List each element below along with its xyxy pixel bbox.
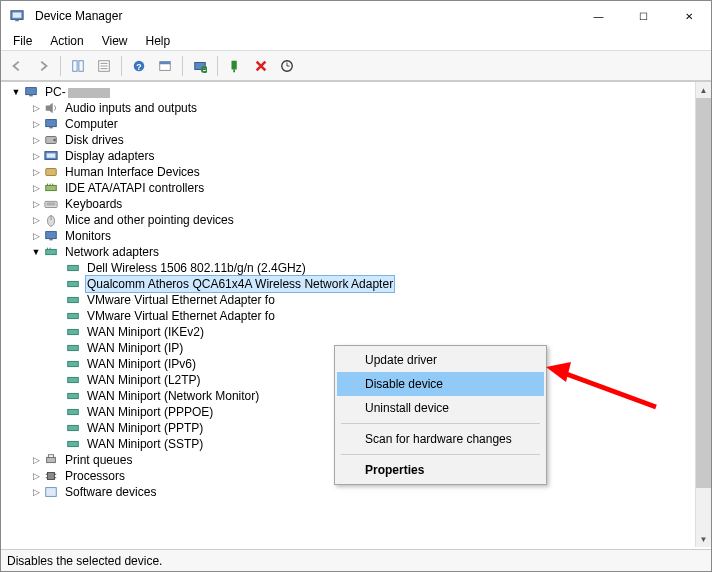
keyboard-icon (43, 196, 59, 212)
chevron-right-icon[interactable]: ▷ (29, 132, 43, 148)
svg-rect-51 (68, 425, 79, 430)
context-menu: Update driver Disable device Uninstall d… (334, 345, 547, 485)
tree-node-audio[interactable]: ▷Audio inputs and outputs (1, 100, 711, 116)
disk-icon (43, 132, 59, 148)
hid-icon (43, 164, 59, 180)
tree-node-software[interactable]: ▷Software devices (1, 484, 711, 500)
chevron-down-icon[interactable]: ▼ (9, 84, 23, 100)
network-adapter-icon (65, 372, 81, 388)
tree-node-mice[interactable]: ▷Mice and other pointing devices (1, 212, 711, 228)
network-adapter-icon (65, 260, 81, 276)
svg-rect-13 (195, 62, 206, 69)
scroll-up-button[interactable]: ▲ (696, 82, 711, 98)
chevron-right-icon[interactable]: ▷ (29, 164, 43, 180)
tree-node-net-ikev2[interactable]: WAN Miniport (IKEv2) (1, 324, 711, 340)
toolbar-update-button[interactable] (275, 54, 299, 78)
tree-node-display[interactable]: ▷Display adapters (1, 148, 711, 164)
svg-rect-3 (73, 60, 77, 71)
maximize-button[interactable]: ☐ (621, 1, 666, 31)
chevron-right-icon[interactable]: ▷ (29, 100, 43, 116)
toolbar-scan-button[interactable] (188, 54, 212, 78)
close-button[interactable]: ✕ (666, 1, 711, 31)
toolbar-action-button[interactable] (153, 54, 177, 78)
minimize-button[interactable]: — (576, 1, 621, 31)
monitor-icon (43, 228, 59, 244)
tree-node-network-adapters[interactable]: ▼Network adapters (1, 244, 711, 260)
svg-rect-20 (46, 120, 57, 127)
tree-node-net-vmware1[interactable]: VMware Virtual Ethernet Adapter fo (1, 292, 711, 308)
tree-node-computer[interactable]: ▷Computer (1, 116, 711, 132)
tree-node-keyboards[interactable]: ▷Keyboards (1, 196, 711, 212)
chevron-right-icon[interactable]: ▷ (29, 196, 43, 212)
tree-node-monitors[interactable]: ▷Monitors (1, 228, 711, 244)
svg-rect-47 (68, 361, 79, 366)
context-properties[interactable]: Properties (337, 458, 544, 482)
toolbar-uninstall-button[interactable] (249, 54, 273, 78)
svg-rect-1 (13, 13, 22, 18)
menu-view[interactable]: View (94, 32, 136, 50)
toolbar-show-hide-button[interactable] (66, 54, 90, 78)
device-tree-container: ▼ PC- ▷Audio inputs and outputs ▷Compute… (1, 81, 711, 547)
network-adapter-icon (65, 420, 81, 436)
display-icon (43, 148, 59, 164)
svg-rect-44 (68, 313, 79, 318)
chevron-right-icon[interactable]: ▷ (29, 484, 43, 500)
toolbar-forward-button[interactable] (31, 54, 55, 78)
svg-rect-45 (68, 329, 79, 334)
network-adapter-icon (65, 308, 81, 324)
svg-rect-4 (79, 60, 83, 71)
tree-node-hid[interactable]: ▷Human Interface Devices (1, 164, 711, 180)
chevron-right-icon[interactable]: ▷ (29, 148, 43, 164)
svg-rect-41 (68, 265, 79, 270)
menu-help[interactable]: Help (138, 32, 179, 50)
svg-rect-38 (46, 249, 57, 254)
svg-rect-27 (46, 185, 57, 190)
toolbar-properties-button[interactable] (92, 54, 116, 78)
status-text: Disables the selected device. (7, 554, 162, 568)
menu-action[interactable]: Action (42, 32, 91, 50)
printer-icon (43, 452, 59, 468)
tree-node-net-qualcomm[interactable]: Qualcomm Atheros QCA61x4A Wireless Netwo… (1, 276, 711, 292)
svg-rect-37 (49, 239, 53, 241)
chevron-right-icon[interactable]: ▷ (29, 452, 43, 468)
title-bar: Device Manager — ☐ ✕ (1, 1, 711, 31)
context-update-driver[interactable]: Update driver (337, 348, 544, 372)
app-icon (9, 8, 25, 24)
tree-node-ide[interactable]: ▷IDE ATA/ATAPI controllers (1, 180, 711, 196)
tree-node-net-vmware2[interactable]: VMware Virtual Ethernet Adapter fo (1, 308, 711, 324)
svg-rect-53 (47, 457, 56, 462)
svg-rect-50 (68, 409, 79, 414)
toolbar-back-button[interactable] (5, 54, 29, 78)
chevron-right-icon[interactable]: ▷ (29, 180, 43, 196)
tree-node-net-dell[interactable]: Dell Wireless 1506 802.11b/g/n (2.4GHz) (1, 260, 711, 276)
svg-rect-55 (48, 473, 55, 480)
scroll-down-button[interactable]: ▼ (696, 531, 711, 547)
context-disable-device[interactable]: Disable device (337, 372, 544, 396)
chevron-right-icon[interactable]: ▷ (29, 116, 43, 132)
cpu-icon (43, 468, 59, 484)
chevron-down-icon[interactable]: ▼ (29, 244, 43, 260)
chevron-right-icon[interactable]: ▷ (29, 212, 43, 228)
svg-rect-2 (15, 20, 19, 22)
svg-rect-49 (68, 393, 79, 398)
scroll-thumb[interactable] (696, 98, 711, 488)
vertical-scrollbar[interactable]: ▲ ▼ (695, 82, 711, 547)
menu-file[interactable]: File (5, 32, 40, 50)
mouse-icon (43, 212, 59, 228)
chevron-right-icon[interactable]: ▷ (29, 228, 43, 244)
svg-rect-52 (68, 441, 79, 446)
toolbar-enable-button[interactable] (223, 54, 247, 78)
tree-root-pc[interactable]: ▼ PC- (1, 84, 711, 100)
chevron-right-icon[interactable]: ▷ (29, 468, 43, 484)
toolbar-help-button[interactable]: ? (127, 54, 151, 78)
tree-node-disk[interactable]: ▷Disk drives (1, 132, 711, 148)
controller-icon (43, 180, 59, 196)
root-label: PC- (43, 84, 112, 100)
svg-rect-43 (68, 297, 79, 302)
window-title: Device Manager (35, 9, 122, 23)
context-scan-hardware[interactable]: Scan for hardware changes (337, 427, 544, 451)
svg-rect-48 (68, 377, 79, 382)
svg-rect-36 (46, 232, 57, 239)
network-adapter-icon (65, 356, 81, 372)
context-uninstall-device[interactable]: Uninstall device (337, 396, 544, 420)
